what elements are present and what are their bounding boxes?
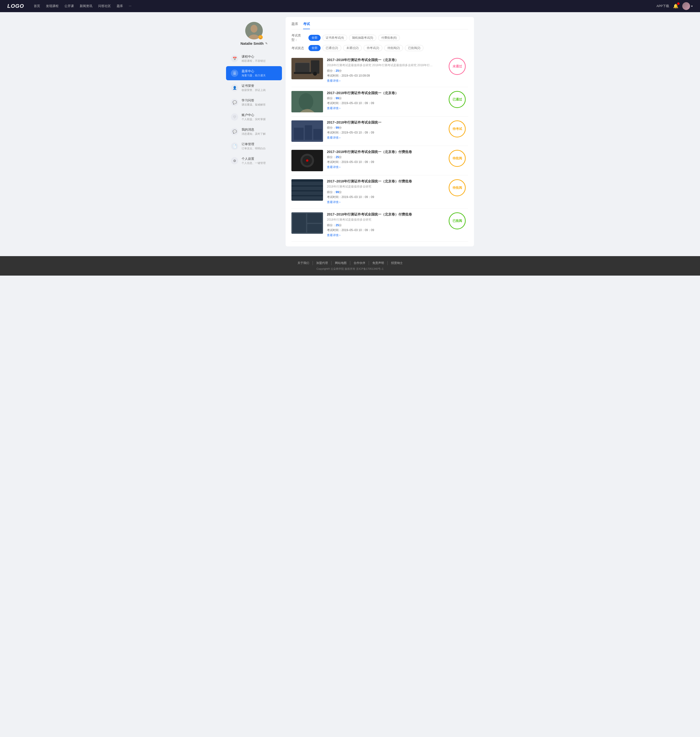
tab-question-bank[interactable]: 题库 <box>291 22 298 29</box>
exam-item: 2017–2018年行测证件考试全国统一（北京卷） 2018年行测考试是最值得多… <box>291 54 468 87</box>
nav-link[interactable]: 发现课程 <box>46 4 59 8</box>
content-area: 🏆 Natalie Smith ✎ 📅 课程中心 精彩课程，不容错过 ☰ 题库中… <box>226 17 474 246</box>
notification-badge <box>677 3 679 5</box>
stamp-pending: 待考试 <box>449 120 466 137</box>
profile-section: 🏆 Natalie Smith ✎ <box>226 17 282 49</box>
exam-detail-link[interactable]: 查看详情 › <box>327 165 468 169</box>
avatar-chevron: ▾ <box>691 4 693 8</box>
exam-title: 2017–2018年行测证件考试全国统一（北京卷） <box>327 91 468 95</box>
sidebar-sub-orders: 订单支出、明明白白 <box>241 147 266 150</box>
nav-link[interactable]: 问答社区 <box>98 4 111 8</box>
filter-type-tag[interactable]: 随机抽题考试(5) <box>349 35 376 41</box>
filter-status-tag[interactable]: 待考试(2) <box>363 45 382 51</box>
filter-status-tag[interactable]: 未通过(2) <box>343 45 362 51</box>
nav-link[interactable]: 新闻资讯 <box>80 4 93 8</box>
sidebar-title-settings: 个人设置 <box>241 157 266 161</box>
exam-score: 得分：25分 <box>327 155 468 159</box>
sidebar-text-account: 账户中心 个人权益、实时掌握 <box>241 113 266 121</box>
svg-rect-28 <box>307 224 322 233</box>
exam-detail-link[interactable]: 查看详情 › <box>327 233 468 237</box>
svg-rect-26 <box>293 214 306 233</box>
stamp-pending-review: 待批阅 <box>449 179 466 196</box>
filter-status-tag[interactable]: 待批阅(2) <box>384 45 403 51</box>
exam-thumbnail <box>291 120 323 142</box>
footer-link[interactable]: 关于我们 <box>294 261 313 265</box>
exam-detail-link[interactable]: 查看详情 › <box>327 106 468 111</box>
app-download-link[interactable]: APP下载 <box>656 4 669 8</box>
main-content: 题库考试 考试类型： 全部证书类考试(4)随机抽题考试(5)付费批卷(6) 考试… <box>285 17 474 246</box>
exam-info: 2017–2018年行测证件考试全国统一 得分：99分 考试时间：2019–05… <box>327 120 468 140</box>
nav-link[interactable]: 首页 <box>34 4 40 8</box>
exam-detail-link[interactable]: 查看详情 › <box>327 200 468 204</box>
profile-name: Natalie Smith ✎ <box>240 41 268 46</box>
filter-type-tags[interactable]: 全部证书类考试(4)随机抽题考试(5)付费批卷(6) <box>309 35 400 41</box>
exam-thumbnail <box>291 179 323 200</box>
exam-title: 2017–2018年行测证件考试全国统一（北京卷）付费批卷 <box>327 150 468 154</box>
footer-copyright: Copyright® 云朵商学院 版权所有 京ICP备17051340号–1 <box>5 267 695 271</box>
profile-edit-icon[interactable]: ✎ <box>265 42 268 45</box>
footer-link[interactable]: 网站地图 <box>331 261 350 265</box>
footer-link[interactable]: 合作伙伴 <box>350 261 369 265</box>
exam-item: 2017–2018年行测证件考试全国统一 得分：99分 考试时间：2019–05… <box>291 116 468 146</box>
sidebar-icon-account: ♡ <box>231 113 238 121</box>
sidebar-item-course-center[interactable]: 📅 课程中心 精彩课程，不容错过 <box>226 52 282 66</box>
filter-status-tags[interactable]: 全部已通过(2)未通过(2)待考试(2)待批阅(2)已批阅(2) <box>309 45 424 51</box>
sidebar-icon-orders: 📄 <box>231 143 238 150</box>
filter-status-tag[interactable]: 全部 <box>309 45 321 51</box>
svg-rect-24 <box>291 196 323 200</box>
sidebar-item-settings[interactable]: ⚙ 个人设置 个人信息、一键管理 <box>226 154 282 168</box>
sidebar-text-qa: 学习问答 课后重温、疑难解答 <box>241 98 266 106</box>
svg-rect-22 <box>291 187 323 190</box>
footer-link[interactable]: 免责声明 <box>369 261 388 265</box>
filter-type-tag[interactable]: 全部 <box>309 35 321 41</box>
nav-link[interactable]: 题库 <box>117 4 123 8</box>
exam-status-stamp: 已批阅 <box>449 212 466 229</box>
exam-score: 得分：99分 <box>327 190 468 195</box>
exam-desc: 2018年行测考试是最值得多去研究 2018年行测考试是最值得多去研究 2018… <box>327 63 468 67</box>
exam-title: 2017–2018年行测证件考试全国统一（北京卷） <box>327 58 468 62</box>
sidebar-title-messages: 我的消息 <box>241 127 266 132</box>
stamp-pending-review: 待批阅 <box>449 150 466 167</box>
sidebar-title-certificate: 证书荣誉 <box>241 84 266 88</box>
sidebar-item-orders[interactable]: 📄 订单管理 订单支出、明明白白 <box>226 139 282 153</box>
exam-thumbnail <box>291 212 323 234</box>
stamp-not-passed: 未通过 <box>449 58 466 75</box>
nav-link[interactable]: ··· <box>129 4 131 8</box>
exam-info: 2017–2018年行测证件考试全国统一（北京卷） 得分：99分 考试时间：20… <box>327 91 468 111</box>
svg-rect-27 <box>307 214 322 223</box>
sidebar-icon-qa: 💬 <box>231 99 238 106</box>
user-avatar-menu[interactable]: ▾ <box>682 2 693 10</box>
nav-links: 首页发现课程公开课新闻资讯问答社区题库··· <box>34 4 656 8</box>
svg-rect-23 <box>291 192 323 195</box>
sidebar-sub-certificate: 收获荣誉、持证上岗 <box>241 88 266 92</box>
sidebar-title-qa: 学习问答 <box>241 98 266 103</box>
filter-type-tag[interactable]: 证书类考试(4) <box>322 35 347 41</box>
filter-status-tag[interactable]: 已通过(2) <box>322 45 341 51</box>
exam-time: 考试时间：2019–05–03 10:09:09 <box>327 74 468 78</box>
exam-item: 2017–2018年行测证件考试全国统一（北京卷）付费批卷 2018年行测考试是… <box>291 208 468 242</box>
tab-exam[interactable]: 考试 <box>303 22 310 29</box>
profile-name-text: Natalie Smith <box>240 41 263 46</box>
footer-link[interactable]: 招贤纳士 <box>388 261 406 265</box>
exam-title: 2017–2018年行测证件考试全国统一（北京卷）付费批卷 <box>327 179 468 184</box>
filter-type-row: 考试类型： 全部证书类考试(4)随机抽题考试(5)付费批卷(6) <box>291 33 468 42</box>
filter-type-tag[interactable]: 付费批卷(6) <box>378 35 400 41</box>
exam-score: 得分：99分 <box>327 96 468 100</box>
nav-avatar <box>682 2 690 10</box>
svg-rect-14 <box>305 125 312 140</box>
sidebar-item-account[interactable]: ♡ 账户中心 个人权益、实时掌握 <box>226 110 282 124</box>
nav-link[interactable]: 公开课 <box>65 4 74 8</box>
sidebar-item-certificate[interactable]: 👤 证书荣誉 收获荣誉、持证上岗 <box>226 81 282 95</box>
exam-detail-link[interactable]: 查看详情 › <box>327 79 468 83</box>
sidebar-item-qa[interactable]: 💬 学习问答 课后重温、疑难解答 <box>226 95 282 109</box>
exam-title: 2017–2018年行测证件考试全国统一（北京卷）付费批卷 <box>327 212 468 217</box>
sidebar-item-messages[interactable]: 💬 我的消息 消息通知、及时了解 <box>226 125 282 139</box>
footer-links: 关于我们加盟代理网站地图合作伙伴免责声明招贤纳士 <box>5 261 695 265</box>
svg-rect-13 <box>294 128 304 140</box>
exam-detail-link[interactable]: 查看详情 › <box>327 136 468 140</box>
notification-bell[interactable]: 🔔 <box>673 3 678 9</box>
exam-info: 2017–2018年行测证件考试全国统一（北京卷）付费批卷 2018年行测考试是… <box>327 179 468 204</box>
footer-link[interactable]: 加盟代理 <box>313 261 331 265</box>
sidebar-item-question-bank[interactable]: ☰ 题库中心 海量习题，助力通关 <box>226 66 282 80</box>
filter-status-tag[interactable]: 已批阅(2) <box>405 45 424 51</box>
